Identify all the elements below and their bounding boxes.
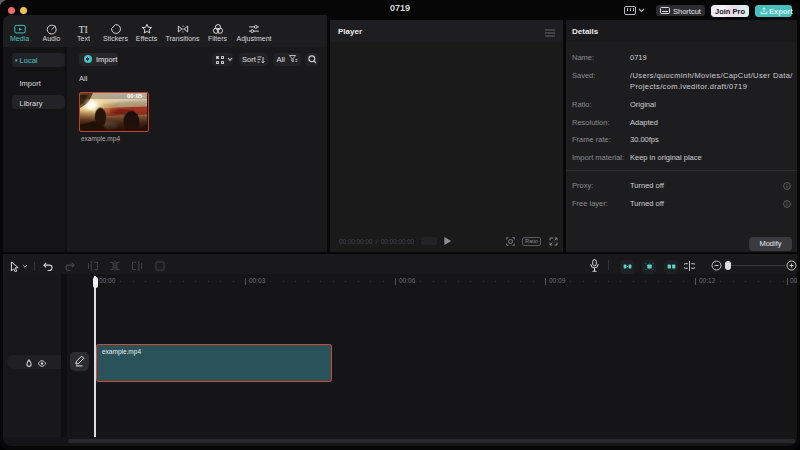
- svg-text:TI: TI: [78, 23, 88, 34]
